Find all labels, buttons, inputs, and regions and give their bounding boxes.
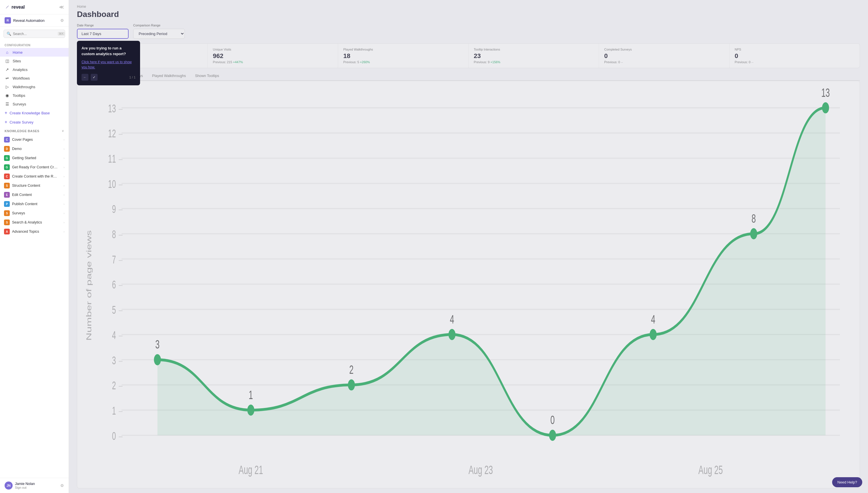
kb-item-get-ready[interactable]: G Get Ready For Content Crea... ›	[0, 163, 69, 172]
kb-item-left: S Surveys	[4, 210, 25, 216]
svg-text:8: 8	[751, 212, 756, 226]
kb-name-create-content: Create Content with the Re...	[12, 174, 58, 178]
stat-label-played-walkthroughs: Played Walkthroughs	[343, 48, 463, 51]
kb-chevron-getting-started: ›	[64, 156, 65, 160]
kb-avatar-surveys-kb: S	[4, 210, 10, 216]
svg-text:–: –	[119, 430, 123, 442]
kb-name-publish-content: Publish Content	[12, 202, 37, 206]
logo-icon: ⟋	[5, 4, 10, 10]
svg-point-56	[822, 102, 829, 113]
kb-name-demo: Demo	[12, 147, 22, 151]
kb-item-left: E Edit Content	[4, 192, 32, 198]
comparison-range-select[interactable]: Preceding Period	[133, 29, 185, 39]
tooltip-nav-buttons: ← ✓	[82, 74, 98, 81]
search-bar[interactable]: 🔍 ⌘K	[3, 29, 65, 38]
stat-prev-unique-visits: Previous: 215 +447%	[213, 60, 333, 64]
user-info: Jamie Nolan Sign out	[15, 482, 35, 489]
svg-text:13: 13	[108, 102, 116, 115]
svg-text:–: –	[119, 128, 123, 140]
kb-item-structure-content[interactable]: S Structure Content ›	[0, 181, 69, 190]
line-chart: 0–1–2–3–4–5–6–7–8–9–10–11–12–13–31240481…	[83, 86, 854, 485]
svg-point-52	[649, 329, 657, 340]
svg-text:–: –	[119, 178, 123, 190]
walkthroughs-icon: ▷	[5, 84, 10, 89]
tooltip-link[interactable]: Click here if you want us to show you ho…	[82, 60, 132, 69]
gear-icon[interactable]: ⚙	[60, 18, 64, 23]
svg-text:–: –	[119, 203, 123, 215]
date-range-input[interactable]: Last 7 Days	[77, 29, 129, 39]
kb-avatar-getting-started: G	[4, 155, 10, 161]
comparison-range-group: Comparison Range Preceding Period	[133, 24, 185, 39]
kb-item-advanced-topics[interactable]: A Advanced Topics ›	[0, 227, 69, 236]
svg-text:–: –	[119, 253, 123, 266]
stat-value-completed-surveys: 0	[604, 52, 724, 60]
workflows-icon: ⇌	[5, 76, 10, 81]
kb-chevron-demo: ›	[64, 147, 65, 151]
kb-item-publish-content[interactable]: P Publish Content ›	[0, 199, 69, 209]
svg-text:–: –	[119, 153, 123, 165]
kb-item-left: D Demo	[4, 146, 22, 152]
svg-text:Aug 23: Aug 23	[469, 463, 493, 477]
nav-label-surveys: Surveys	[13, 102, 26, 106]
kb-item-cover-pages[interactable]: C Cover Pages ›	[0, 135, 69, 144]
kb-name-getting-started: Getting Started	[12, 156, 36, 160]
tooltip-check-button[interactable]: ✓	[91, 74, 98, 81]
home-icon: ⌂	[5, 50, 10, 55]
kb-item-left: G Getting Started	[4, 155, 36, 161]
stat-value-tooltip-interactions: 23	[474, 52, 594, 60]
kb-item-surveys-kb[interactable]: S Surveys ›	[0, 209, 69, 218]
kb-name-structure-content: Structure Content	[12, 184, 40, 188]
stat-prev-tooltip-interactions: Previous: 9 +156%	[474, 60, 594, 64]
svg-text:Aug 21: Aug 21	[238, 463, 263, 477]
svg-text:8: 8	[112, 228, 116, 240]
svg-point-54	[750, 228, 757, 239]
kb-avatar-search-analytics: S	[4, 219, 10, 225]
kb-item-demo[interactable]: D Demo ›	[0, 144, 69, 153]
sign-out-link[interactable]: Sign out	[15, 486, 35, 489]
kb-avatar-get-ready: G	[4, 164, 10, 170]
nav-item-analytics[interactable]: ↗ Analytics	[0, 65, 69, 74]
tooltip-prev-button[interactable]: ←	[82, 74, 88, 81]
kb-section-header[interactable]: Knowledge Bases ∨	[0, 127, 69, 135]
kb-avatar-structure-content: S	[4, 183, 10, 189]
analytics-icon: ↗	[5, 67, 10, 72]
svg-text:1: 1	[112, 405, 116, 417]
kb-item-left: G Get Ready For Content Crea...	[4, 164, 58, 170]
kb-chevron-advanced-topics: ›	[64, 230, 65, 233]
nav-item-home[interactable]: ⌂ Home	[0, 48, 69, 57]
create-knowledge-base-button[interactable]: + Create Knowledge Base	[0, 108, 69, 117]
user-avatar: JN	[5, 481, 13, 490]
stat-change-completed-surveys: --	[621, 60, 623, 64]
kb-name-get-ready: Get Ready For Content Crea...	[12, 165, 58, 169]
kb-item-search-analytics[interactable]: S Search & Analytics ›	[0, 218, 69, 227]
create-survey-button[interactable]: + Create Survey	[0, 117, 69, 127]
svg-text:2: 2	[112, 380, 116, 392]
svg-text:0: 0	[112, 430, 116, 442]
collapse-sidebar-button[interactable]: ≪	[59, 4, 64, 10]
svg-text:–: –	[119, 354, 123, 367]
svg-text:3: 3	[155, 338, 160, 351]
sites-icon: ◫	[5, 59, 10, 63]
nav-label-home: Home	[13, 50, 23, 55]
config-section-label: Configuration	[0, 41, 69, 48]
svg-text:4: 4	[450, 313, 454, 326]
user-settings-icon[interactable]: ⚙	[60, 483, 64, 488]
kb-item-edit-content[interactable]: E Edit Content ›	[0, 190, 69, 199]
stat-change-tooltip-interactions: +156%	[490, 60, 501, 64]
kb-item-getting-started[interactable]: G Getting Started ›	[0, 153, 69, 163]
stat-value-nps: 0	[735, 52, 855, 60]
search-input[interactable]	[13, 32, 56, 36]
nav-item-surveys[interactable]: ☰ Surveys	[0, 100, 69, 108]
kb-name-edit-content: Edit Content	[12, 193, 32, 197]
chart-tab-shown-tooltips[interactable]: Shown Tooltips	[190, 71, 224, 81]
kb-item-create-content[interactable]: C Create Content with the Re... ›	[0, 172, 69, 181]
nav-item-sites[interactable]: ◫ Sites	[0, 57, 69, 65]
stat-value-played-walkthroughs: 18	[343, 52, 463, 60]
need-help-button[interactable]: Need Help?	[832, 477, 862, 487]
sidebar: ⟋ reveal ≪ R Reveal Automation ⚙ 🔍 ⌘K Co…	[0, 0, 69, 493]
nav-item-tooltips[interactable]: ◉ Tooltips	[0, 91, 69, 100]
chart-tab-played-walkthroughs[interactable]: Played Walkthroughs	[147, 71, 190, 81]
nav-item-workflows[interactable]: ⇌ Workflows	[0, 74, 69, 83]
nav-item-walkthroughs[interactable]: ▷ Walkthroughs	[0, 83, 69, 91]
svg-text:9: 9	[112, 203, 116, 215]
